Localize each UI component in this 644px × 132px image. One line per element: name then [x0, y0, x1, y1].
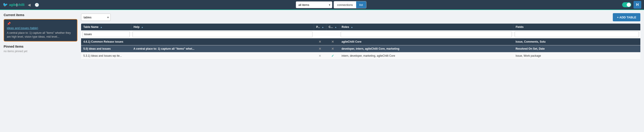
col-header-p: P... ▲ [314, 24, 326, 30]
cell-help: A central place to: 1) capture all "item… [131, 45, 314, 52]
tables-dropdown-wrap: tables [81, 14, 111, 21]
tables-dropdown[interactable]: tables [81, 14, 111, 21]
cell-p: ✕ [314, 52, 326, 60]
x-icon: ✕ [316, 47, 324, 51]
search-help-input[interactable] [132, 31, 312, 37]
cell-table-name: 5.0) ideas and issues [81, 45, 131, 52]
nav-right-controls: H [622, 1, 641, 9]
search-roles-input[interactable] [341, 31, 512, 37]
left-panel: Current items 📌 ideas and issues (table)… [4, 13, 81, 129]
no-items-text: no items pinned yet [4, 50, 78, 53]
pinned-items-section: Pinned Items no items pinned yet [4, 45, 78, 53]
cell-roles: developer, intern, agileChilli Core, mar… [339, 45, 513, 52]
h-button[interactable]: H [634, 1, 641, 9]
sort-icon-c: ▲ [334, 26, 337, 28]
cell-fields: Issue, Work package [513, 52, 640, 60]
pin-icon: 📌 [7, 22, 74, 25]
logo-bird-icon: 🐦 [3, 2, 8, 7]
right-header: tables + ADD TABLE [81, 13, 640, 21]
add-table-button[interactable]: + ADD TABLE [613, 13, 640, 21]
logo: 🐦 agile|chilli [3, 2, 24, 7]
col-header-c: C... ▲ [326, 24, 339, 30]
col-header-table-name: Table Name ▲ [81, 24, 131, 30]
cell-roles: agileChilli Core [339, 38, 513, 45]
col-header-roles: Roles ▲ [339, 24, 513, 30]
sort-icon-p: ▲ [322, 26, 324, 28]
main-content: Current items 📌 ideas and issues (table)… [0, 10, 644, 132]
x-icon: ✕ [328, 40, 337, 44]
cell-c: ✕ [326, 45, 339, 52]
toggle-switch[interactable] [622, 2, 631, 7]
history-button[interactable]: 🕐 [34, 2, 40, 8]
search-help-cell [131, 30, 314, 38]
all-items-dropdown[interactable]: all items [296, 1, 332, 8]
table-row: 5.3.1) Ideas and Issues wp ite... ✕ ✓ in… [81, 52, 640, 60]
cell-table-name: 5.3.1) Ideas and Issues wp ite... [81, 52, 131, 60]
cell-c: ✕ [326, 38, 339, 45]
search-fields-input[interactable] [515, 31, 639, 37]
back-button[interactable]: ◀ [27, 2, 32, 8]
x-icon: ✕ [316, 54, 324, 58]
cell-p: ✕ [314, 38, 326, 45]
search-table-name-input[interactable] [82, 31, 130, 37]
all-items-dropdown-wrap: all items [296, 1, 332, 8]
cell-help [131, 52, 314, 60]
top-nav: 🐦 agile|chilli ◀ 🕐 all items connections… [0, 0, 644, 10]
card-title[interactable]: ideas and issues (table) [7, 26, 74, 30]
cell-p: ✕ [314, 45, 326, 52]
x-icon: ✕ [328, 47, 337, 51]
table-row: 5.0) ideas and issues A central place to… [81, 45, 640, 52]
right-panel: tables + ADD TABLE Table Name ▲ Help ▲ [81, 13, 640, 129]
connections-button[interactable]: connections [334, 1, 356, 8]
cell-table-name: 4.6.1) Common Release issues [81, 38, 131, 45]
connections-list-toggle: connections list [334, 1, 366, 8]
logo-text: agile|chilli [9, 3, 24, 6]
search-roles-cell [339, 30, 513, 38]
search-table-name-cell [81, 30, 131, 38]
x-icon: ✕ [316, 40, 324, 44]
cell-fields: Resolved On Set, Date [513, 45, 640, 52]
col-header-fields: Fields [513, 24, 640, 30]
table-row: 4.6.1) Common Release issues ✕ ✕ agileCh… [81, 38, 640, 45]
search-row [81, 30, 640, 38]
toggle-knob [627, 3, 631, 7]
check-icon: ✓ [328, 54, 337, 58]
nav-center-controls: all items connections list [296, 1, 366, 8]
col-header-help: Help ▲ [131, 24, 314, 30]
sort-icon-table-name: ▲ [100, 26, 102, 28]
data-table: Table Name ▲ Help ▲ P... ▲ C... ▲ [81, 24, 640, 60]
cell-c: ✓ [326, 52, 339, 60]
list-button[interactable]: list [356, 1, 366, 8]
sort-icon-help: ▲ [141, 26, 144, 28]
pinned-card: 📌 ideas and issues (table) A central pla… [4, 19, 78, 42]
cell-roles: intern, developer, marketing, agileChill… [339, 52, 513, 60]
search-p-cell [314, 30, 326, 38]
cell-help [131, 38, 314, 45]
sort-icon-roles: ▲ [351, 26, 353, 28]
cell-fields: Issue, Comments, Solu [513, 38, 640, 45]
card-description: A central place to: 1) capture all "item… [7, 31, 74, 39]
search-fields-cell [513, 30, 640, 38]
pinned-items-title: Pinned Items [4, 45, 78, 48]
search-c-cell [326, 30, 339, 38]
current-items-title: Current items [4, 13, 78, 17]
